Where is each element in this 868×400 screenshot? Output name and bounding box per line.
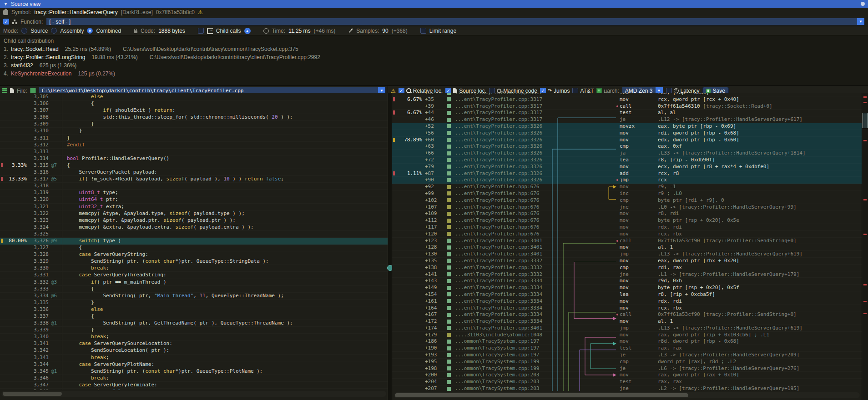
source-line-row[interactable]: 3,337 { — [0, 313, 388, 320]
source-line-row[interactable]: 3,343 break; — [0, 355, 388, 361]
asm-instruction-row[interactable]: +154...ent\TracyProfiler.cpp:3334lear8, … — [392, 291, 862, 298]
radio-combined[interactable] — [87, 28, 93, 34]
chevron-down-icon[interactable]: ▼ — [857, 18, 864, 25]
source-line-row[interactable]: 3,322 memcpy( &type, &payload.type, size… — [0, 210, 388, 217]
source-line-row[interactable]: 3.33%3,315@7{ — [0, 162, 388, 169]
source-line-row[interactable]: 3,328 case ServerQueryString: — [0, 251, 388, 258]
asm-instruction-row[interactable]: +66...ent\TracyProfiler.cpp:3326ja.L33 -… — [392, 150, 862, 157]
source-line-row[interactable]: 80.00%3,326@9 switch( type ) — [0, 238, 388, 245]
asm-instruction-row[interactable]: +141...ent\TracyProfiler.cpp:3332jne.L1 … — [392, 271, 862, 278]
asm-instruction-row[interactable]: +164...ent\TracyProfiler.cpp:3334movrcx,… — [392, 305, 862, 312]
asm-instruction-row[interactable]: +200...ommon\TracySystem.cpp:203movrax, … — [392, 372, 862, 379]
asm-instruction-row[interactable]: +52...ent\TracyProfiler.cpp:3326movzxeax… — [392, 123, 862, 130]
assembly-vscrollbar[interactable] — [862, 93, 868, 400]
asm-instruction-row[interactable]: +143...ent\TracyProfiler.cpp:3334movr9d,… — [392, 278, 862, 285]
asm-instruction-row[interactable]: 78.89%+60...ent\TracyProfiler.cpp:3326mo… — [392, 137, 862, 144]
source-line-row[interactable]: 3,307 if( shouldExit ) return; — [0, 107, 388, 114]
source-line-row[interactable]: 3,345@1 SendString( ptr, (const char*)pt… — [0, 368, 388, 375]
source-line-row[interactable]: 3,311} — [0, 135, 388, 142]
source-line-row[interactable]: 3,341 case ServerQuerySourceLocation: — [0, 340, 388, 347]
asm-instruction-row[interactable]: +128...ent\TracyProfiler.cpp:3401moval, … — [392, 244, 862, 251]
assembly-hscrollbar[interactable] — [394, 392, 860, 398]
source-code-view[interactable]: 3,305 else3,306 {3,307 if( shouldExit ) … — [0, 93, 388, 390]
asm-instruction-row[interactable]: 6.67%+35...ent\TracyProfiler.cpp:3317mov… — [392, 96, 862, 103]
source-hscrollbar-thumb[interactable] — [3, 392, 62, 396]
asm-instruction-row[interactable]: +149...ent\TracyProfiler.cpp:3334movbyte… — [392, 285, 862, 291]
source-line-row[interactable]: 3,340 break; — [0, 334, 388, 340]
source-line-row[interactable]: 3,313 — [0, 149, 388, 155]
asm-instruction-row[interactable]: +63...ent\TracyProfiler.cpp:3326cmpeax, … — [392, 143, 862, 150]
asm-instruction-row[interactable]: +112...ent\TracyProfiler.hpp:676movbyte … — [392, 217, 862, 224]
source-line-row[interactable]: 3,306 { — [0, 100, 388, 107]
source-line-row[interactable]: 3,344 case ServerQueryPlotName: — [0, 361, 388, 368]
source-hscrollbar[interactable] — [1, 391, 386, 397]
asm-instruction-row[interactable]: +56...ent\TracyProfiler.cpp:3326movrdi, … — [392, 130, 862, 137]
source-line-row[interactable]: 3,323 memcpy( &ptr, &payload.ptr, sizeof… — [0, 217, 388, 224]
source-line-row[interactable]: 3,310 } — [0, 128, 388, 135]
source-line-row[interactable]: 13.33%3,317@5 if( !m_sock->Read( &payloa… — [0, 176, 388, 183]
asm-instruction-row[interactable]: +39...ent\TracyProfiler.cpp:3317call0x7f… — [392, 103, 862, 110]
go-to-caller-button[interactable]: ▲ — [244, 28, 251, 34]
asm-instruction-row[interactable]: +46...ent\TracyProfiler.cpp:3317je.L12 -… — [392, 116, 862, 123]
asm-instruction-row[interactable]: +72...ent\TracyProfiler.cpp:3326lear8, [… — [392, 157, 862, 164]
source-line-row[interactable]: 3,320 uint64_t ptr; — [0, 196, 388, 203]
source-line-row[interactable]: 3,316 ServerQueryPacket payload; — [0, 169, 388, 176]
assembly-vscrollbar-thumb[interactable] — [863, 113, 868, 128]
source-line-row[interactable]: 3,348 return false; — [0, 389, 388, 390]
asm-instruction-row[interactable]: +161...ent\TracyProfiler.cpp:3334movrdx,… — [392, 298, 862, 305]
radio-assembly[interactable] — [51, 28, 57, 34]
asm-instruction-row[interactable]: +31...ent\TracyProfiler.cpp:3317leardx, … — [392, 93, 862, 96]
asm-instruction-row[interactable]: +190...ommon\TracySystem.cpp:197testrax,… — [392, 345, 862, 352]
source-line-row[interactable]: 3,333 { — [0, 286, 388, 293]
asm-instruction-row[interactable]: 6.67%+44...ent\TracyProfiler.cpp:3317tes… — [392, 110, 862, 116]
child-calls-checkbox[interactable] — [198, 28, 204, 34]
source-line-row[interactable]: 3,319 uint8_t type; — [0, 190, 388, 196]
close-button[interactable] — [861, 2, 865, 6]
function-select[interactable]: [ - self - ] ▼ — [46, 18, 865, 25]
asm-instruction-row[interactable]: +207...ommon\TracySystem.cpp:203jne.L2 -… — [392, 385, 862, 391]
function-checkbox[interactable]: ✓ — [3, 19, 9, 25]
asm-instruction-row[interactable]: +195...ommon\TracySystem.cpp:199cmpdword… — [392, 359, 862, 365]
source-line-row[interactable]: 3,327 { — [0, 245, 388, 251]
asm-instruction-row[interactable]: +99...ent\TracyProfiler.hpp:676incr9 ; .… — [392, 190, 862, 197]
asm-instruction-row[interactable]: +130...ent\TracyProfiler.cpp:3401jmp.L13… — [392, 251, 862, 258]
asm-instruction-row[interactable]: +79...ent\TracyProfiler.cpp:3326movecx, … — [392, 164, 862, 170]
child-call-row[interactable]: 4.KeSynchronizeExecution125 µs (0.27%) — [4, 70, 864, 78]
source-line-row[interactable]: 3,338@1 SendString( ptr, GetThreadName( … — [0, 320, 388, 327]
asm-instruction-row[interactable]: +204...ommon\TracySystem.cpp:203testrax,… — [392, 379, 862, 385]
asm-instruction-row[interactable]: +172...ent\TracyProfiler.cpp:3334moval, … — [392, 318, 862, 325]
asm-instruction-row[interactable]: +193...ommon\TracySystem.cpp:197je.L3 ->… — [392, 352, 862, 359]
asm-instruction-row[interactable]: +174...ent\TracyProfiler.cpp:3401jmp.L13… — [392, 325, 862, 332]
asm-instruction-row[interactable]: +90...ent\TracyProfiler.cpp:3326jmprcx — [392, 177, 862, 184]
child-call-row[interactable]: 3.stat64i32625 µs (1.36%) — [4, 61, 864, 70]
radio-source[interactable] — [21, 28, 27, 34]
source-line-row[interactable]: 3,305 else — [0, 94, 388, 100]
source-line-row[interactable]: 3,318 — [0, 183, 388, 190]
source-line-row[interactable]: 3,339 } — [0, 327, 388, 334]
asm-instruction-row[interactable]: 1.11%+87...ent\TracyProfiler.cpp:3326add… — [392, 170, 862, 177]
source-line-row[interactable]: 3,335 } — [0, 300, 388, 306]
source-line-row[interactable]: 3,331 case ServerQueryThreadString: — [0, 272, 388, 279]
asm-instruction-row[interactable]: +107...ent\TracyProfiler.hpp:676jne.L0 -… — [392, 204, 862, 211]
source-line-row[interactable]: 3,325 — [0, 231, 388, 238]
source-line-row[interactable]: 3,342 SendSourceLocation( ptr ); — [0, 347, 388, 354]
asm-instruction-row[interactable]: +92...ent\TracyProfiler.hpp:676movr9, -1 — [392, 184, 862, 190]
asm-instruction-row[interactable]: +117...ent\TracyProfiler.hpp:676movrdx, … — [392, 224, 862, 231]
source-line-row[interactable]: 3,329 SendString( ptr, (const char*)ptr,… — [0, 258, 388, 265]
source-line-row[interactable]: 3,330 break; — [0, 265, 388, 272]
source-line-row[interactable]: 3,312#endif — [0, 142, 388, 149]
source-line-row[interactable]: 3,336 else — [0, 306, 388, 313]
source-line-row[interactable]: 3,308 std::this_thread::sleep_for( std::… — [0, 114, 388, 121]
asm-instruction-row[interactable]: +120...ent\TracyProfiler.hpp:676movrcx, … — [392, 231, 862, 238]
source-line-row[interactable]: 3,334@6 SendString( ptr, "Main thread", … — [0, 293, 388, 300]
child-call-row[interactable]: 1.tracy::Socket::Read25.25 ms (54.89%)C:… — [4, 45, 864, 53]
pane-splitter[interactable] — [388, 93, 392, 400]
asm-instruction-row[interactable]: +167...ent\TracyProfiler.cpp:3334call0x7… — [392, 311, 862, 318]
asm-instruction-row[interactable]: +179....31103\include\atomic:1048movrax,… — [392, 332, 862, 339]
source-line-row[interactable]: 3,321 uint32_t extra; — [0, 204, 388, 210]
source-line-row[interactable]: 3,332@3 if( ptr == m_mainThread ) — [0, 279, 388, 286]
asm-instruction-row[interactable]: +135...ent\TracyProfiler.cpp:3332moveax,… — [392, 258, 862, 265]
source-line-row[interactable]: 3,346 break; — [0, 375, 388, 382]
asm-instruction-row[interactable]: +138...ent\TracyProfiler.cpp:3332cmprdi,… — [392, 265, 862, 271]
source-line-row[interactable]: 3,347 case ServerQueryTerminate: — [0, 382, 388, 389]
